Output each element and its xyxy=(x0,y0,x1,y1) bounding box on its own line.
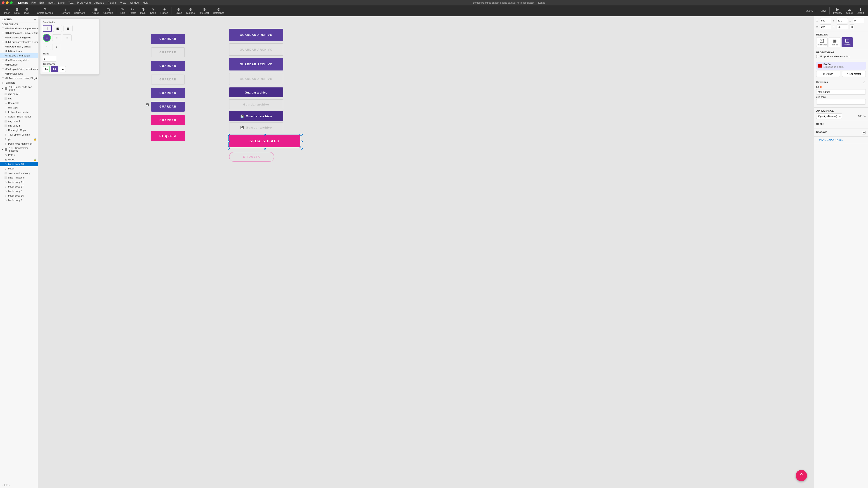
fix-size-option[interactable]: Fix Size xyxy=(829,37,840,47)
intersect-button[interactable]: ⊗ Intersect xyxy=(198,7,210,15)
y-input[interactable] xyxy=(837,18,848,23)
sidebar-item-img[interactable]: ⬜img xyxy=(0,96,38,101)
sidebar-item-boton-copy6[interactable]: ◇botón copy 6 xyxy=(0,198,38,202)
sidebar-item-la-opcion[interactable]: T+ La opción Elimina xyxy=(0,132,38,137)
sidebar-item-pega-texto[interactable]: TPega texto mantenien xyxy=(0,141,38,146)
text-auto-width-btn[interactable]: T xyxy=(43,25,52,32)
close-button[interactable] xyxy=(2,1,4,4)
sidebar-item-save-material[interactable]: ⬜save - material xyxy=(0,175,38,180)
sidebar-item-rectangle[interactable]: ▭Rectangle xyxy=(0,101,38,105)
sidebar-item-save-material-copy[interactable]: ⬜save - material copy xyxy=(0,171,38,175)
transform-aa-btn[interactable]: Aa xyxy=(43,66,50,72)
guardar-archivo-btn-2[interactable]: GUARDAR ARCHIVO xyxy=(229,43,283,56)
menu-arrange[interactable]: Arrange xyxy=(94,1,104,4)
h-input[interactable] xyxy=(837,24,848,29)
menu-prototyping[interactable]: Prototyping xyxy=(77,1,91,4)
sidebar-item-img-copy3[interactable]: ⬜img copy 3 xyxy=(0,123,38,128)
sidebar-item-boton[interactable]: ◇botón xyxy=(0,166,38,171)
sidebar-item-boton-copy17[interactable]: ◇botón copy 17 xyxy=(0,184,38,189)
guardar-btn-3[interactable]: GUARDAR xyxy=(151,61,185,71)
sidebar-group-110[interactable]: ▼ 110_Transformar botones xyxy=(0,146,38,153)
difference-button[interactable]: ⊘ Difference xyxy=(212,7,225,15)
preview-option[interactable]: Preview xyxy=(842,37,853,47)
export-button[interactable]: ⬆ Export xyxy=(855,7,865,15)
guardar-btn-2[interactable]: GUARDAR xyxy=(151,47,185,57)
align-right-btn[interactable]: ≡ xyxy=(63,34,72,41)
maximize-button[interactable] xyxy=(10,1,13,4)
flatten-button[interactable]: ◈ Flatten xyxy=(159,7,169,15)
overrides-reset-btn[interactable]: ↺ xyxy=(862,80,866,84)
opacity-select[interactable]: Opacity (Normal) xyxy=(816,113,842,119)
zoom-in-button[interactable]: − xyxy=(801,8,805,13)
font-input[interactable] xyxy=(43,56,56,62)
clip-copy-input[interactable] xyxy=(816,99,866,105)
fab-button[interactable]: ⌃ xyxy=(796,470,807,481)
guardar-btn-7[interactable]: GUARDAR xyxy=(151,115,185,125)
preview-button[interactable]: ▶ Preview xyxy=(832,7,843,15)
guardar-btn-5[interactable]: GUARDAR xyxy=(151,88,185,98)
sidebar-item-seleccionar[interactable]: T01b Seleccionar, mover y transformar xyxy=(0,31,38,35)
txt-override-input[interactable] xyxy=(816,89,866,95)
filter-input[interactable] xyxy=(4,484,36,486)
pin-to-edge-option[interactable]: Pin to Edge xyxy=(816,37,828,47)
sidebar-item-boton-copy11[interactable]: ◇botón copy 11 xyxy=(0,180,38,184)
sidebar-item-estilos[interactable]: T05b Estilos xyxy=(0,62,38,67)
transform-AA-btn[interactable]: AA xyxy=(51,66,58,72)
edit-button[interactable]: ✎ Edit xyxy=(119,7,126,15)
transform-aa2-btn[interactable]: aa xyxy=(59,66,66,72)
menu-edit[interactable]: Edit xyxy=(39,1,44,4)
sidebar-item-line-copy[interactable]: —line copy xyxy=(0,105,38,110)
subtract-button[interactable]: ⊖ Subtract xyxy=(185,7,197,15)
sidebar-group-109[interactable]: ▼ 109_Pegar texto con estilo xyxy=(0,85,38,92)
guardar-archivo-btn-8[interactable]: 💾 Guardar archivo xyxy=(229,123,283,132)
spacing-bottom-btn[interactable]: ↓ xyxy=(52,43,60,51)
cloud-button[interactable]: ☁ Cloud xyxy=(845,7,854,15)
sidebar-item-pie[interactable]: T pie 🔒 xyxy=(0,137,38,141)
sidebar-item-img-copy2[interactable]: ⬜img copy 2 xyxy=(0,92,38,96)
minimize-button[interactable] xyxy=(6,1,8,4)
sidebar-item-layout[interactable]: T06a Layout Grids, smart layout xyxy=(0,67,38,71)
text-fixed-size-btn[interactable]: ⊟ xyxy=(64,25,72,32)
menu-layer[interactable]: Layer xyxy=(58,1,65,4)
guardar-archivo-btn-1[interactable]: GUARDAR ARCHIVO xyxy=(229,29,283,41)
sidebar-item-serafin[interactable]: TSerafin Zubiri Pampl xyxy=(0,114,38,119)
sidebar-item-symbols[interactable]: ◇Symbols xyxy=(0,80,38,85)
menu-file[interactable]: File xyxy=(31,1,36,4)
guardar-btn-6[interactable]: GUARDAR xyxy=(151,102,185,111)
menu-text[interactable]: Text xyxy=(68,1,73,4)
menu-help[interactable]: Help xyxy=(143,1,149,4)
forward-button[interactable]: ↑ Forward xyxy=(59,7,71,15)
menu-window[interactable]: Window xyxy=(129,1,139,4)
x-input[interactable] xyxy=(820,18,831,23)
guardar-btn-1[interactable]: GUARDAR xyxy=(151,34,185,44)
sfda-sdfafd-btn[interactable]: SFDA SDFAFD xyxy=(229,135,300,147)
sidebar-item-boton-copy18[interactable]: ◇botón copy 18 xyxy=(0,162,38,166)
etiqueta-btn-left[interactable]: ETIQUETA xyxy=(151,131,185,141)
menu-insert[interactable]: Insert xyxy=(48,1,55,4)
zoom-out-button[interactable]: + xyxy=(813,8,818,13)
guardar-archivo-btn-5[interactable]: Guardar archivo xyxy=(229,88,283,97)
text-fixed-width-btn[interactable]: ⊞ xyxy=(53,25,62,32)
sidebar-item-prototipado[interactable]: T06b Prototipado xyxy=(0,71,38,76)
detach-button[interactable]: ⊡ Detach xyxy=(816,71,840,77)
sidebar-item-colores[interactable]: T02a Colores, imágenes xyxy=(0,35,38,40)
zoom-view-button[interactable]: View xyxy=(819,8,827,13)
sidebar-item-boton-copy16[interactable]: ◇botón copy 16 xyxy=(0,193,38,198)
scale-button[interactable]: ⤡ Scale xyxy=(149,7,158,15)
w-input[interactable] xyxy=(820,24,831,29)
tools-button[interactable]: ⚙ Tools xyxy=(22,7,31,15)
align-left-circle[interactable]: ≡ xyxy=(43,34,51,42)
canvas[interactable]: Auto Width T ⊞ ⊟ ≡ ≡ ≡ ↑ ↓ xyxy=(38,16,814,488)
union-button[interactable]: ⊕ Union xyxy=(174,7,183,15)
rotate-button[interactable]: ↻ Rotate xyxy=(127,7,137,15)
ungroup-button[interactable]: ▢ Ungroup xyxy=(102,7,114,15)
etiqueta-btn-right[interactable]: ETIQUETA xyxy=(229,152,274,162)
edit-master-button[interactable]: ✎ Edit Master xyxy=(842,71,866,77)
insert-button[interactable]: ＋ Insert xyxy=(3,7,12,15)
sidebar-item-boton-copy9[interactable]: ◇botón copy 9 xyxy=(0,189,38,193)
sidebar-item-felipe[interactable]: TFelipe Juan Froilán xyxy=(0,110,38,114)
guardar-archivo-btn-6[interactable]: Guardar archivo xyxy=(229,99,283,109)
guardar-archivo-btn-4[interactable]: GUARDAR ARCHIVO xyxy=(229,73,283,85)
angle-input[interactable] xyxy=(853,18,864,23)
backward-button[interactable]: ↓ Backward xyxy=(73,7,86,15)
